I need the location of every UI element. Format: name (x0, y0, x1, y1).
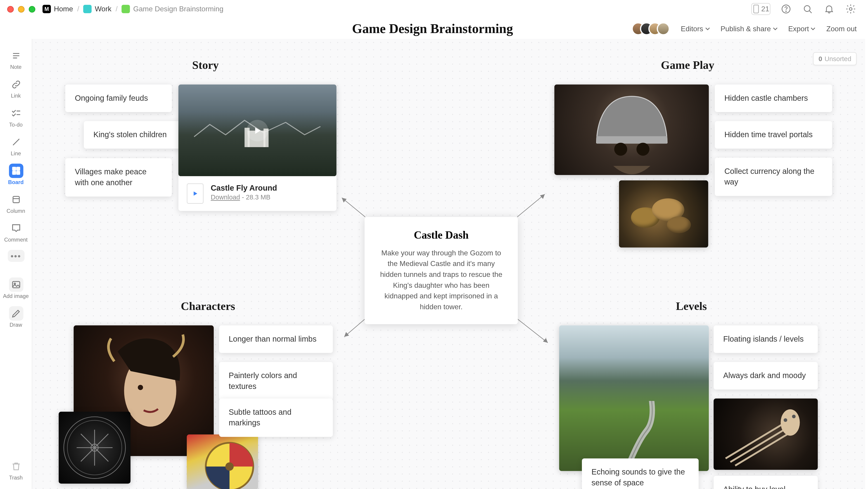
tool-label: Line (11, 150, 21, 156)
card-gp-chambers[interactable]: Hidden castle chambers (715, 84, 832, 112)
tool-link[interactable]: Link (3, 75, 29, 101)
breadcrumb-label: Game Design Brainstorming (133, 5, 223, 13)
cluster-title-gameplay: Game Play (661, 59, 714, 72)
svg-rect-13 (16, 167, 20, 170)
card-story-villages[interactable]: Villages make peace with one another (65, 158, 172, 197)
trash-icon (9, 459, 23, 473)
tool-label: Link (11, 93, 21, 99)
tool-label: To-do (9, 121, 23, 127)
zoom-out-button[interactable]: Zoom out (827, 25, 857, 33)
card-lv-echo[interactable]: Echoing sounds to give the sense of spac… (582, 458, 699, 489)
export-menu[interactable]: Export (788, 25, 815, 33)
tool-todo[interactable]: To-do (3, 104, 29, 130)
image-coins[interactable] (619, 180, 708, 248)
notifications-button[interactable] (823, 3, 835, 15)
publish-menu[interactable]: Publish & share (720, 25, 778, 33)
breadcrumb-separator: / (78, 5, 80, 13)
todo-icon (9, 106, 23, 121)
collaborator-avatars[interactable] (632, 22, 670, 35)
settings-button[interactable] (845, 3, 857, 15)
cluster-title-story: Story (192, 59, 219, 72)
device-count-badge[interactable]: 21 (751, 3, 771, 15)
image-valley[interactable] (559, 325, 709, 471)
card-text: Hidden castle chambers (724, 93, 808, 103)
image-warrior[interactable] (554, 84, 709, 175)
page-title: Game Design Brainstorming (352, 21, 513, 37)
unsorted-count: 0 (818, 55, 822, 62)
image-castle-video[interactable] (179, 84, 337, 176)
breadcrumb-home[interactable]: M Home (42, 5, 73, 13)
breadcrumb-current[interactable]: Game Design Brainstorming (122, 5, 223, 13)
breadcrumb-label: Home (54, 5, 73, 13)
card-ch-tattoos[interactable]: Subtle tattoos and markings (219, 398, 333, 437)
svg-point-2 (786, 11, 786, 11)
unsorted-badge[interactable]: 0Unsorted (813, 52, 857, 65)
bell-icon (824, 4, 835, 15)
card-gp-portals[interactable]: Hidden time travel portals (715, 121, 832, 149)
tool-trash[interactable]: Trash (3, 457, 29, 483)
tool-column[interactable]: Column (3, 190, 29, 216)
card-story-feuds[interactable]: Ongoing family feuds (65, 84, 172, 112)
image-rune-compass[interactable] (59, 412, 130, 484)
tool-board[interactable]: Board (3, 161, 29, 188)
card-gp-currency[interactable]: Collect currency along the way (715, 157, 832, 196)
center-card[interactable]: Castle Dash Make your way through the Go… (365, 217, 518, 324)
svg-marker-26 (344, 332, 349, 337)
tool-label: Board (8, 179, 24, 185)
svg-point-48 (784, 419, 787, 422)
svg-point-3 (804, 6, 810, 11)
editors-menu[interactable]: Editors (681, 25, 710, 33)
tool-note[interactable]: Note (3, 46, 29, 73)
editors-label: Editors (681, 25, 703, 33)
svg-rect-16 (13, 197, 19, 203)
chevron-down-icon (811, 26, 815, 31)
file-meta-sep: - (242, 194, 246, 201)
tool-label: Add image (3, 293, 29, 299)
svg-point-43 (225, 462, 234, 471)
tool-draw[interactable]: Draw (3, 304, 29, 330)
device-icon (752, 4, 760, 14)
svg-marker-22 (342, 198, 346, 203)
maximize-window-icon[interactable] (29, 6, 35, 12)
card-ch-limbs[interactable]: Longer than normal limbs (219, 325, 333, 353)
breadcrumb-work[interactable]: Work (84, 5, 112, 13)
avatar[interactable] (657, 22, 670, 35)
card-text: Ongoing family feuds (75, 93, 148, 103)
play-icon[interactable] (247, 119, 268, 141)
file-download-link[interactable]: Download (211, 194, 240, 201)
center-title: Castle Dash (379, 229, 504, 241)
minimize-window-icon[interactable] (18, 6, 24, 12)
breadcrumb: M Home / Work / Game Design Brainstormin… (42, 5, 223, 13)
breadcrumb-separator: / (116, 5, 118, 13)
card-text: Hidden time travel portals (724, 130, 813, 139)
tool-line[interactable]: Line (3, 133, 29, 159)
file-icon (187, 183, 204, 204)
card-ch-textures[interactable]: Painterly colors and textures (219, 362, 333, 401)
close-window-icon[interactable] (7, 6, 14, 12)
comment-icon (9, 221, 23, 236)
note-icon (9, 49, 23, 63)
window-controls[interactable] (7, 6, 35, 12)
card-text: King's stolen children (93, 130, 167, 139)
board-canvas[interactable]: 0Unsorted Story Ongoin (32, 39, 865, 489)
tool-add-image[interactable]: Add image (3, 275, 29, 301)
card-lv-islands[interactable]: Floating islands / levels (714, 325, 818, 353)
svg-line-45 (730, 426, 790, 462)
document-icon (122, 5, 130, 13)
card-lv-extensions[interactable]: Ability to buy level extensions (714, 476, 818, 489)
file-card-castle[interactable]: Castle Fly Around Download - 28.3 MB (179, 176, 337, 211)
image-shield[interactable] (187, 434, 258, 489)
unsorted-label: Unsorted (825, 55, 851, 62)
svg-rect-32 (596, 136, 667, 144)
line-icon (9, 135, 23, 149)
card-story-children[interactable]: King's stolen children (84, 121, 190, 149)
svg-rect-15 (16, 171, 20, 174)
tool-comment[interactable]: Comment (3, 219, 29, 245)
tool-label: Column (6, 208, 25, 214)
card-lv-moody[interactable]: Always dark and moody (714, 362, 818, 390)
tool-more[interactable]: ••• (7, 250, 24, 262)
search-button[interactable] (802, 3, 813, 15)
svg-point-47 (781, 409, 800, 436)
help-button[interactable] (780, 3, 792, 15)
image-arrows[interactable] (714, 398, 818, 470)
